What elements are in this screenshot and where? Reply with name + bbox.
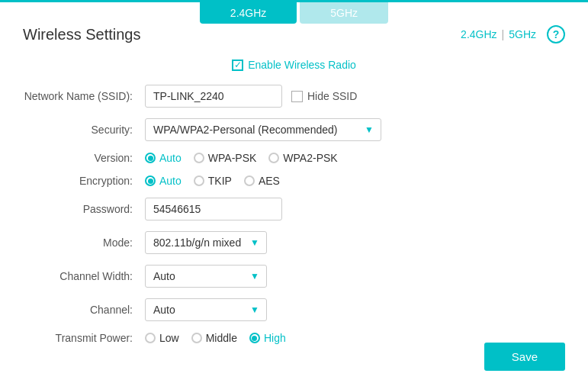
version-wpa2psk-label[interactable]: WPA2-PSK [268, 152, 337, 164]
transmit-power-middle-label[interactable]: Middle [191, 332, 237, 344]
mode-row: Mode: 802.11b/g/n mixed 802.11b/g mixed … [23, 231, 565, 254]
content-area: Wireless Settings 2.4GHz | 5GHz ? Enable… [0, 10, 588, 370]
encryption-auto-label[interactable]: Auto [145, 175, 182, 187]
ssid-row: Network Name (SSID): Hide SSID [23, 85, 565, 108]
transmit-power-middle-radio[interactable] [191, 333, 202, 343]
enable-wireless-text: Enable Wireless Radio [248, 59, 356, 71]
encryption-tkip-text: TKIP [208, 175, 232, 187]
transmit-power-high-label[interactable]: High [249, 332, 286, 344]
channel-select-wrapper: Auto 1234 5678 910111213 ▼ [145, 298, 267, 321]
version-wpa2psk-text: WPA2-PSK [283, 152, 337, 164]
transmit-power-high-text: High [264, 332, 286, 344]
channel-label: Channel: [23, 304, 145, 316]
version-wpapsk-text: WPA-PSK [208, 152, 257, 164]
enable-wireless-checkbox[interactable] [232, 60, 243, 71]
main-container: 2.4GHz 5GHz Wireless Settings 2.4GHz | 5… [0, 0, 588, 383]
transmit-power-middle-text: Middle [206, 332, 237, 344]
security-select-wrapper: WPA/WPA2-Personal (Recommended) WPA-Pers… [145, 118, 381, 141]
encryption-aes-radio[interactable] [244, 175, 255, 186]
encryption-auto-radio[interactable] [145, 175, 156, 186]
channel-width-control-area: Auto 20MHz 40MHz ▼ [145, 265, 565, 288]
ssid-control-area: Hide SSID [145, 85, 565, 108]
password-input[interactable] [145, 198, 282, 220]
tab-24ghz[interactable]: 2.4GHz [200, 2, 297, 24]
version-row: Version: Auto WPA-PSK WPA2-PSK [23, 152, 565, 164]
ssid-input[interactable] [145, 85, 282, 108]
password-control-area [145, 198, 565, 220]
transmit-power-high-radio[interactable] [249, 333, 260, 343]
tab-5ghz[interactable]: 5GHz [300, 2, 388, 24]
encryption-label: Encryption: [23, 175, 145, 187]
freq-link-24ghz[interactable]: 2.4GHz [461, 28, 496, 40]
transmit-power-label: Transmit Power: [23, 332, 145, 344]
version-wpa2psk-radio[interactable] [268, 153, 279, 163]
page-title: Wireless Settings [23, 26, 141, 43]
save-button[interactable]: Save [484, 343, 565, 371]
channel-width-select-wrapper: Auto 20MHz 40MHz ▼ [145, 265, 267, 288]
hide-ssid-text: Hide SSID [307, 90, 357, 102]
channel-row: Channel: Auto 1234 5678 910111213 ▼ [23, 298, 565, 321]
version-wpapsk-label[interactable]: WPA-PSK [194, 152, 257, 164]
password-row: Password: [23, 198, 565, 220]
encryption-tkip-label[interactable]: TKIP [194, 175, 232, 187]
form-table: Network Name (SSID): Hide SSID Security:… [23, 85, 565, 344]
version-auto-text: Auto [159, 152, 182, 164]
security-row: Security: WPA/WPA2-Personal (Recommended… [23, 118, 565, 141]
encryption-tkip-radio[interactable] [194, 175, 204, 186]
enable-wireless-label[interactable]: Enable Wireless Radio [232, 59, 356, 71]
version-label: Version: [23, 152, 145, 164]
transmit-power-low-radio[interactable] [145, 333, 156, 343]
security-control-area: WPA/WPA2-Personal (Recommended) WPA-Pers… [145, 118, 565, 141]
version-auto-label[interactable]: Auto [145, 152, 182, 164]
mode-select[interactable]: 802.11b/g/n mixed 802.11b/g mixed 802.11… [145, 231, 267, 254]
transmit-power-low-text: Low [159, 332, 179, 344]
encryption-row: Encryption: Auto TKIP AES [23, 175, 565, 187]
freq-link-5ghz[interactable]: 5GHz [509, 28, 536, 40]
mode-label: Mode: [23, 237, 145, 249]
channel-control-area: Auto 1234 5678 910111213 ▼ [145, 298, 565, 321]
hide-ssid-checkbox[interactable] [291, 91, 303, 102]
enable-wireless-row: Enable Wireless Radio [23, 59, 565, 71]
channel-width-row: Channel Width: Auto 20MHz 40MHz ▼ [23, 265, 565, 288]
channel-select[interactable]: Auto 1234 5678 910111213 [145, 298, 267, 321]
encryption-auto-text: Auto [159, 175, 182, 187]
version-radio-group: Auto WPA-PSK WPA2-PSK [145, 152, 565, 164]
version-wpapsk-radio[interactable] [194, 153, 204, 163]
ssid-label: Network Name (SSID): [23, 90, 145, 102]
version-auto-radio[interactable] [145, 153, 156, 163]
encryption-radio-group: Auto TKIP AES [145, 175, 565, 187]
encryption-aes-text: AES [259, 175, 280, 187]
page-header: Wireless Settings 2.4GHz | 5GHz ? [23, 25, 565, 43]
password-label: Password: [23, 203, 145, 215]
save-btn-row: Save [484, 343, 565, 371]
mode-control-area: 802.11b/g/n mixed 802.11b/g mixed 802.11… [145, 231, 565, 254]
help-icon[interactable]: ? [547, 25, 565, 43]
security-select[interactable]: WPA/WPA2-Personal (Recommended) WPA-Pers… [145, 118, 381, 141]
transmit-power-low-label[interactable]: Low [145, 332, 179, 344]
mode-select-wrapper: 802.11b/g/n mixed 802.11b/g mixed 802.11… [145, 231, 267, 254]
channel-width-label: Channel Width: [23, 270, 145, 282]
hide-ssid-label[interactable]: Hide SSID [291, 90, 357, 102]
top-tabs: 2.4GHz 5GHz [0, 2, 588, 24]
security-label: Security: [23, 124, 145, 136]
channel-width-select[interactable]: Auto 20MHz 40MHz [145, 265, 267, 288]
encryption-aes-label[interactable]: AES [244, 175, 280, 187]
freq-separator: | [502, 28, 505, 40]
